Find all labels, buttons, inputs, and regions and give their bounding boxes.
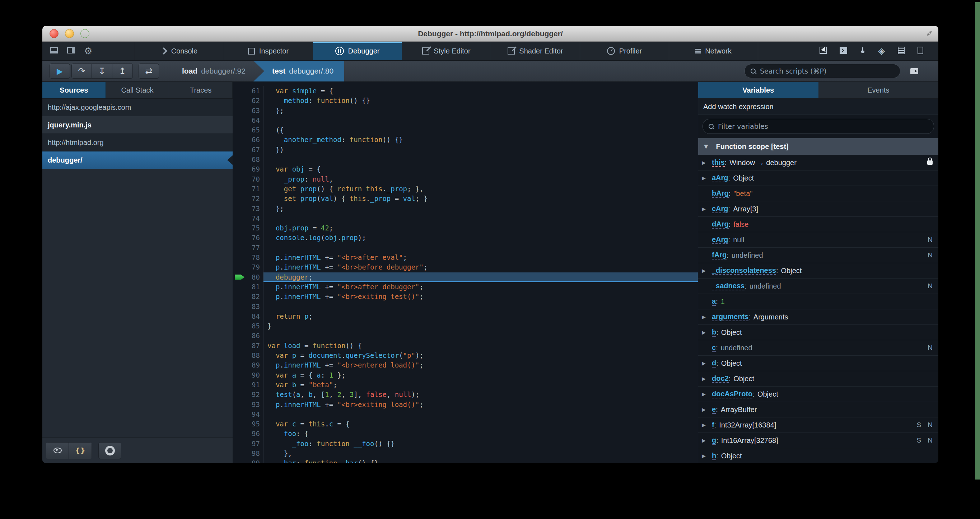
watch-eye-button[interactable] [46,442,69,459]
source-item-debugger[interactable]: debugger/ [42,151,232,169]
line-number[interactable]: 89 [247,360,264,370]
breadcrumb-test[interactable]: testdebugger/:80 [253,60,344,81]
responsive-mode-button[interactable] [918,47,923,56]
scratchpad-button[interactable] [898,47,905,56]
variable-row-this[interactable]: ▶this: Window → debugger [698,155,939,170]
add-watch-expression[interactable]: Add watch expression [698,99,939,115]
tab-shader-editor[interactable]: Shader Editor [491,41,580,60]
breakpoint-gutter[interactable] [233,233,247,243]
expander-icon[interactable]: ▶ [702,330,712,335]
line-number[interactable]: 95 [247,419,264,429]
expander-icon[interactable]: ▶ [702,453,712,459]
breakpoint-gutter[interactable] [233,351,247,360]
line-number[interactable]: 99 [247,459,264,463]
variable-row-farg[interactable]: fArg: undefinedN [698,248,939,263]
line-number[interactable]: 63 [247,106,264,116]
variable-row-docasproto[interactable]: ▶docAsProto: Object [698,387,939,402]
breakpoint-gutter[interactable] [233,184,247,194]
breakpoint-gutter[interactable] [233,125,247,135]
breakpoint-gutter[interactable] [233,164,247,174]
filter-variables-input[interactable] [717,122,928,131]
tab-console[interactable]: Console [135,41,224,60]
dock-bottom-button[interactable] [50,47,58,55]
line-number[interactable]: 68 [247,155,264,164]
breakpoint-gutter[interactable] [233,312,247,321]
pick-element-button[interactable] [819,47,827,55]
line-number[interactable]: 88 [247,351,264,360]
breakpoint-gutter[interactable] [233,380,247,390]
step-in-button[interactable]: ↧ [92,64,112,79]
variable-row-aarg[interactable]: ▶aArg: Object [698,170,939,186]
line-number[interactable]: 62 [247,96,264,105]
step-over-button[interactable]: ↷ [72,64,92,79]
breakpoint-gutter[interactable] [233,282,247,292]
breakpoint-gutter[interactable] [233,400,247,409]
breakpoint-gutter[interactable] [233,321,247,331]
toggle-panel-icon[interactable] [910,68,918,74]
breakpoint-gutter[interactable] [233,155,247,164]
black-box-circle-button[interactable] [99,442,121,459]
settings-gear-button[interactable]: ⚙ [84,46,92,56]
line-number[interactable]: 98 [247,449,264,459]
line-number[interactable]: 66 [247,135,264,145]
breakpoint-gutter[interactable] [233,223,247,233]
breakpoint-gutter[interactable] [233,194,247,204]
line-number[interactable]: 70 [247,174,264,184]
zoom-button[interactable] [80,29,89,38]
line-number[interactable]: 79 [247,263,264,272]
line-number[interactable]: 69 [247,164,264,174]
line-number[interactable]: 86 [247,331,264,341]
breakpoint-gutter[interactable] [233,302,247,312]
line-number[interactable]: 92 [247,390,264,400]
variable-row-e[interactable]: ▶e: ArrayBuffer [698,402,939,417]
minimize-button[interactable] [65,29,74,38]
variable-row-disconsolateness[interactable]: ▶_disconsolateness: Object [698,263,939,279]
split-console-button[interactable] [840,47,847,55]
breakpoint-gutter[interactable] [233,253,247,263]
line-number[interactable]: 84 [247,312,264,321]
line-number[interactable]: 93 [247,400,264,409]
expander-icon[interactable]: ▶ [702,314,712,320]
source-item-http-htmlpad-org[interactable]: http://htmlpad.org [42,134,232,151]
breakpoint-gutter[interactable] [233,390,247,400]
expander-icon[interactable]: ▶ [702,160,712,166]
variables-tab-variables[interactable]: Variables [698,82,818,98]
variable-row-carg[interactable]: ▶cArg: Array[3] [698,201,939,217]
line-number[interactable]: 80 [247,272,264,282]
line-number[interactable]: 85 [247,321,264,331]
line-number[interactable]: 67 [247,145,264,155]
scope-header[interactable]: ▼ Function scope [test] [698,138,939,155]
source-item-jquery-min-js[interactable]: jquery.min.js [42,116,232,134]
sources-tab-sources[interactable]: Sources [42,82,106,98]
breakpoint-gutter[interactable] [233,360,247,370]
variable-row-b[interactable]: ▶b: Object [698,325,939,340]
breakpoint-gutter[interactable] [233,243,247,253]
line-number[interactable]: 78 [247,253,264,263]
variable-row-f[interactable]: ▶f: Int32Array[16384]SN [698,417,939,433]
close-button[interactable] [49,29,59,38]
window-titlebar[interactable]: Debugger - http://htmlpad.org/debugger/ [42,26,939,41]
expander-icon[interactable]: ▶ [702,422,712,428]
variable-row-earg[interactable]: eArg: nullN [698,232,939,248]
breakpoint-gutter[interactable] [233,292,247,301]
breakpoint-gutter[interactable] [233,263,247,272]
tab-style-editor[interactable]: Style Editor [402,41,491,60]
variable-row-sadness[interactable]: _sadness: undefinedN [698,279,939,294]
breakpoint-gutter[interactable] [233,145,247,155]
expander-icon[interactable]: ▶ [702,175,712,181]
paintbrush-button[interactable] [860,48,865,54]
line-number[interactable]: 61 [247,86,264,96]
tab-inspector[interactable]: Inspector [224,41,313,60]
breakpoint-gutter[interactable] [233,331,247,341]
line-number[interactable]: 87 [247,341,264,351]
breakpoint-gutter[interactable] [233,409,247,419]
line-number[interactable]: 83 [247,302,264,312]
step-out-button[interactable]: ↥ [112,64,133,79]
breakpoint-gutter[interactable] [233,174,247,184]
line-number[interactable]: 97 [247,439,264,449]
breakpoint-gutter[interactable] [233,370,247,380]
tab-profiler[interactable]: Profiler [580,41,669,60]
line-number[interactable]: 76 [247,233,264,243]
breadcrumb-load[interactable]: loaddebugger/:92 [176,60,251,81]
variable-row-doc2[interactable]: ▶doc2: Object [698,371,939,387]
